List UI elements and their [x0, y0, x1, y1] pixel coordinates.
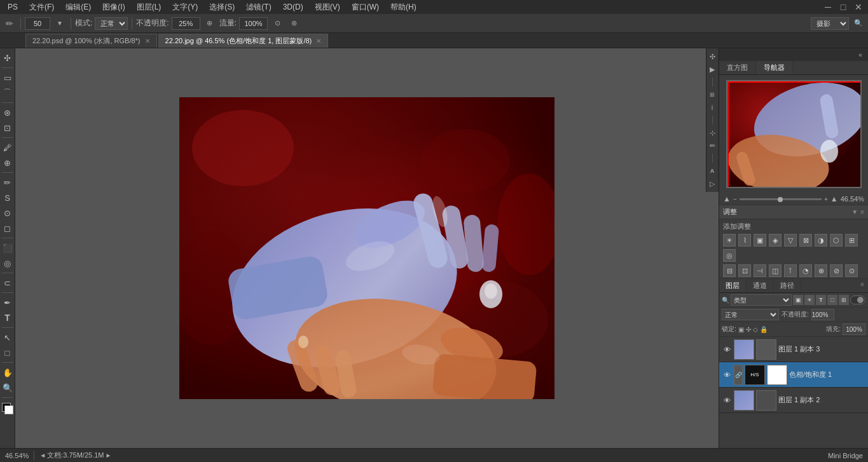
lock-move-icon[interactable]: ✣ [746, 326, 751, 333]
exposure-icon[interactable]: ▣ [754, 234, 766, 247]
spot-heal-tool[interactable]: ⊕ [1, 156, 15, 170]
blend-mode-select[interactable]: 正常 [722, 309, 779, 320]
layer-vis-3[interactable]: 👁 [722, 344, 732, 355]
menu-text[interactable]: 文字(Y) [167, 1, 203, 14]
mode-select[interactable]: 正常 [95, 17, 128, 30]
tab-channels[interactable]: 通道 [747, 279, 774, 292]
filter-pixel-btn[interactable]: ▣ [793, 295, 803, 305]
menu-image[interactable]: 图像(I) [97, 1, 130, 14]
menu-select[interactable]: 选择(S) [204, 1, 240, 14]
right-play-icon[interactable]: ▶ [706, 64, 718, 75]
gradient-map-icon[interactable]: ⊣ [754, 264, 766, 277]
lock-artboard-icon[interactable]: ◇ [753, 326, 758, 333]
layer-item-2[interactable]: 👁 图层 1 副本 2 [719, 388, 868, 413]
tab-paths[interactable]: 路径 [774, 279, 801, 292]
bw-icon[interactable]: ◑ [815, 234, 827, 247]
levels-icon[interactable]: ⊺ [784, 264, 797, 277]
extra-icon[interactable]: ⊛ [287, 17, 301, 31]
layers-expand-btn[interactable]: ≡ [857, 279, 868, 292]
airbrush-icon[interactable]: ⊕ [203, 17, 217, 31]
adjustments-header[interactable]: 调整 ▼ ≡ [719, 205, 868, 219]
menu-window[interactable]: 窗口(W) [347, 1, 384, 14]
selective-color-icon[interactable]: ◫ [769, 264, 782, 277]
layer-vis-husat[interactable]: 👁 [722, 370, 732, 380]
marquee-tool[interactable]: ▭ [1, 71, 15, 85]
filter-type-btn[interactable]: T [816, 295, 826, 305]
color-look-icon[interactable]: ⊘ [830, 264, 843, 277]
threshold-icon[interactable]: ⊡ [738, 264, 751, 277]
menu-view[interactable]: 视图(V) [310, 1, 345, 14]
shape-tool[interactable]: □ [1, 346, 15, 360]
gradient-tool[interactable]: ⬛ [1, 241, 15, 255]
shadow-icon[interactable]: ◔ [799, 264, 812, 277]
tab-psd[interactable]: 22.20.psd @ 100% (水滴, RGB/8*) ✕ [25, 34, 157, 48]
posterize-icon[interactable]: ⊟ [723, 264, 736, 277]
history-brush-tool[interactable]: ⊙ [1, 206, 15, 220]
menu-file[interactable]: 文件(F) [24, 1, 59, 14]
filter-smart-btn[interactable]: ⊞ [839, 295, 849, 305]
fill-value-input[interactable]: 100% [843, 323, 865, 335]
color-swatches[interactable] [2, 403, 13, 414]
brightness-icon[interactable]: ☀ [723, 234, 736, 247]
minimize-btn[interactable]: ─ [821, 0, 835, 14]
zoom-minus-btn[interactable]: − [733, 196, 737, 203]
right-text-icon[interactable]: A [706, 165, 718, 177]
mini-bridge-label[interactable]: Mini Bridge [828, 452, 863, 459]
right-3d-icon[interactable]: ⊞ [706, 89, 718, 100]
tab-histogram[interactable]: 直方图 [719, 61, 756, 74]
layers-filter-toggle[interactable] [850, 296, 865, 304]
eraser-tool[interactable]: ◻ [1, 221, 15, 235]
opacity-input[interactable]: 100% [811, 309, 834, 320]
layers-type-select[interactable]: 类型 [731, 294, 792, 306]
brush-tool[interactable]: ✏ [1, 175, 15, 189]
brush-tool-icon[interactable]: ✏ [3, 17, 17, 31]
dodge-tool[interactable]: ⊂ [1, 276, 15, 290]
brush-options-icon[interactable]: ▼ [53, 17, 67, 31]
right-transform-icon[interactable]: ⊹ [706, 127, 718, 139]
flow-icon[interactable]: ⊙ [270, 17, 284, 31]
canvas-document[interactable] [179, 97, 555, 399]
blur-tool[interactable]: ◎ [1, 256, 15, 270]
opacity-input[interactable]: 25% [172, 17, 200, 30]
right-move-icon[interactable]: ✣ [706, 51, 718, 62]
colorbalance-icon[interactable]: ⊠ [799, 234, 812, 247]
curves-icon[interactable]: ⌇ [738, 234, 751, 247]
zoom-out-btn[interactable]: ▲ [723, 194, 731, 203]
layer-item-3[interactable]: 👁 图层 1 副本 3 [719, 337, 868, 362]
photo-filter-icon[interactable]: ⬡ [830, 234, 843, 247]
filter-shape-btn[interactable]: □ [827, 295, 837, 305]
pen-tool[interactable]: ✒ [1, 296, 15, 309]
workspace-select[interactable]: 摄影 [811, 17, 849, 30]
zoom-plus-btn[interactable]: + [824, 196, 828, 203]
background-color[interactable] [4, 405, 13, 414]
invert-icon[interactable]: ◎ [723, 249, 736, 262]
tab-layers[interactable]: 图层 [719, 279, 747, 292]
right-shape-icon[interactable]: ▷ [706, 178, 718, 189]
tab-navigator[interactable]: 导航器 [756, 61, 793, 74]
lasso-tool[interactable]: ⌒ [1, 86, 15, 100]
close-btn[interactable]: ✕ [851, 0, 865, 14]
tab-jpg-close[interactable]: ✕ [316, 37, 321, 44]
crop-tool[interactable]: ⊡ [1, 121, 15, 135]
lock-all-icon[interactable]: 🔒 [760, 326, 768, 333]
tab-jpg[interactable]: 22.20.jpg @ 46.5% (色相/饱和度 1, 图层蒙版/8) ✕ [158, 34, 329, 48]
zoom-tool[interactable]: 🔍 [1, 381, 15, 395]
menu-edit[interactable]: 编辑(E) [60, 1, 96, 14]
smart-icon[interactable]: ⊙ [845, 264, 858, 277]
layer-vis-2[interactable]: 👁 [722, 395, 732, 405]
hand-tool[interactable]: ✋ [1, 365, 15, 379]
flow-input[interactable]: 100% [239, 17, 268, 30]
zoom-slider[interactable] [740, 198, 822, 200]
brush-size-input[interactable]: 50 [25, 17, 50, 30]
menu-help[interactable]: 帮助(H) [385, 1, 422, 14]
collapse-btn[interactable]: « [855, 50, 865, 60]
hsl-icon[interactable]: ▽ [784, 234, 797, 247]
menu-filter[interactable]: 滤镜(T) [241, 1, 276, 14]
vibrance-icon[interactable]: ◈ [769, 234, 782, 247]
move-tool[interactable]: ✣ [1, 51, 15, 65]
right-info-icon[interactable]: i [706, 102, 718, 113]
channelmix-icon[interactable]: ⊞ [845, 234, 858, 247]
status-prev-btn[interactable]: ◄ [39, 452, 46, 459]
zoom-thumb[interactable] [778, 197, 783, 202]
quick-select-tool[interactable]: ⊛ [1, 105, 15, 119]
